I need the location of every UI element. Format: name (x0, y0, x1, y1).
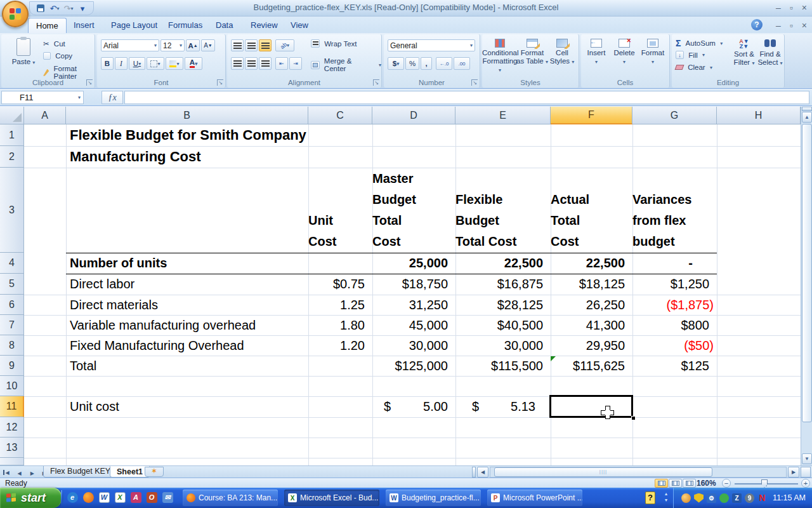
taskbar-button-word[interactable]: W Budgeting_practice-fl... (386, 490, 481, 506)
row-header-5[interactable]: 5 (0, 274, 24, 295)
taskbar-button-excel[interactable]: X Microsoft Excel - Bud... (284, 490, 379, 506)
tray-z-icon[interactable]: Z (732, 493, 742, 503)
tray-gray-icon[interactable]: 9 (745, 493, 754, 503)
zoom-level[interactable]: 160% (697, 479, 716, 488)
orientation-button[interactable]: ab▾ (275, 39, 294, 51)
excel-icon[interactable]: X (114, 490, 126, 504)
font-size-select[interactable]: 12▾ (160, 39, 185, 51)
vertical-scroll-thumb[interactable] (802, 124, 812, 422)
align-left-button[interactable] (231, 57, 244, 70)
taskbar-toggle-icon[interactable]: ▴▾ (662, 491, 671, 505)
row-header-11[interactable]: 11 (0, 396, 24, 417)
first-sheet-button[interactable]: ◀ (1, 467, 11, 478)
insert-worksheet-button[interactable]: ✶ (145, 467, 164, 477)
font-dialog-launcher[interactable]: ↘ (217, 79, 223, 86)
tab-page-layout[interactable]: Page Layout (103, 18, 165, 33)
taskbar-button-firefox[interactable]: Course: BA 213: Man... (183, 490, 278, 506)
increase-indent-button[interactable]: ⇥ (289, 57, 302, 70)
bold-button[interactable]: B (101, 57, 114, 70)
row-header-1[interactable]: 1 (0, 124, 24, 146)
conditional-formatting-button[interactable]: ConditionalFormatting ▾ (482, 37, 518, 77)
zoom-slider-thumb[interactable] (761, 479, 768, 488)
messenger-icon[interactable]: ✉ (161, 490, 174, 504)
tab-home[interactable]: Home (28, 18, 67, 33)
comma-style-button[interactable]: , (421, 57, 432, 70)
format-painter-button[interactable]: Format Painter (43, 65, 95, 80)
resize-grip[interactable] (801, 467, 811, 478)
tab-view[interactable]: View (283, 18, 316, 33)
tab-formulas[interactable]: Formulas (160, 18, 210, 33)
fill-button[interactable]: ↓ Fill ▾ (676, 51, 705, 59)
number-format-select[interactable]: General▾ (388, 39, 475, 51)
decrease-decimal-button[interactable]: .00 (454, 57, 470, 70)
wrap-text-button[interactable]: Wrap Text (311, 39, 357, 48)
column-header-h[interactable]: H (717, 107, 801, 124)
align-right-button[interactable] (259, 57, 272, 70)
close-button[interactable]: × (802, 2, 807, 13)
column-header-e[interactable]: E (455, 107, 551, 124)
font-color-button[interactable]: A▾ (185, 57, 202, 70)
underline-button[interactable]: U▾ (129, 57, 145, 70)
tray-globe-icon[interactable] (681, 493, 691, 503)
find-select-button[interactable]: Find &Select ▾ (757, 37, 783, 77)
page-layout-view-button[interactable] (669, 479, 682, 488)
word-icon[interactable]: W (98, 490, 110, 504)
format-as-table-button[interactable]: Formatas Table ▾ (516, 37, 548, 77)
grid-cells[interactable]: Flexible Budget for Smith Company Manufa… (24, 124, 801, 465)
cell-styles-button[interactable]: CellStyles ▾ (547, 37, 577, 77)
restore-button[interactable]: ▫ (790, 2, 793, 13)
taskbar-button-powerpoint[interactable]: P Microsoft PowerPoint ... (487, 490, 582, 506)
name-box-dropdown-icon[interactable]: ▾ (78, 95, 81, 100)
tray-green-icon[interactable] (719, 493, 729, 503)
borders-button[interactable]: ▾ (147, 57, 164, 70)
tray-key-icon[interactable]: ⚙ (707, 493, 716, 503)
paste-button[interactable]: Paste ▾ (3, 37, 44, 77)
column-header-c[interactable]: C (308, 107, 372, 124)
fill-handle[interactable] (631, 416, 636, 420)
outlook-icon[interactable]: O (145, 490, 158, 504)
column-header-d[interactable]: D (372, 107, 455, 124)
clipboard-dialog-launcher[interactable]: ↘ (86, 79, 93, 86)
sheet-tab-sheet1[interactable]: Sheet1 (110, 466, 150, 478)
start-button[interactable]: start (0, 488, 62, 508)
percent-style-button[interactable]: % (405, 57, 419, 70)
row-header-8[interactable]: 8 (0, 335, 24, 356)
row-header-13[interactable]: 13 (0, 438, 24, 458)
row-header-10[interactable]: 10 (0, 376, 24, 396)
minimize-button[interactable]: – (776, 2, 781, 13)
horizontal-scroll-thumb[interactable] (494, 467, 712, 477)
font-name-select[interactable]: Arial▾ (101, 39, 159, 51)
zoom-in-button[interactable]: + (801, 479, 810, 488)
grow-font-button[interactable]: A▲ (186, 39, 200, 51)
row-header-3[interactable]: 3 (0, 168, 24, 253)
column-header-f[interactable]: F (551, 107, 632, 124)
tray-shield-icon[interactable] (694, 493, 704, 503)
insert-cells-button[interactable]: Insert▾ (582, 37, 610, 77)
format-cells-button[interactable]: Format▾ (638, 37, 667, 77)
top-align-button[interactable] (231, 39, 244, 51)
autosum-button[interactable]: Σ AutoSum ▾ (676, 38, 723, 48)
tab-review[interactable]: Review (243, 18, 285, 33)
number-dialog-launcher[interactable]: ↘ (471, 79, 478, 86)
alignment-dialog-launcher[interactable]: ↘ (373, 79, 379, 86)
middle-align-button[interactable] (245, 39, 258, 51)
increase-decimal-button[interactable]: ←.0 (436, 57, 452, 70)
fill-color-button[interactable]: ▾ (166, 57, 183, 70)
insert-function-button[interactable]: ƒx (102, 91, 123, 104)
row-header-9[interactable]: 9 (0, 356, 24, 376)
workbook-minimize-button[interactable]: – (776, 20, 781, 31)
column-header-g[interactable]: G (632, 107, 717, 124)
access-icon[interactable]: A (129, 490, 142, 504)
workbook-close-button[interactable]: × (802, 20, 807, 31)
align-center-button[interactable] (245, 57, 258, 70)
help-button[interactable]: ? (751, 19, 763, 30)
row-header-7[interactable]: 7 (0, 315, 24, 335)
ie-icon[interactable]: e (66, 490, 79, 504)
scroll-up-button[interactable]: ▲ (802, 112, 812, 123)
name-box[interactable]: F11▾ (1, 91, 84, 104)
zoom-out-button[interactable]: − (722, 479, 731, 488)
scroll-left-button[interactable]: ◀ (477, 467, 488, 478)
select-all-corner[interactable] (0, 107, 24, 124)
workbook-restore-button[interactable]: ▫ (790, 20, 793, 31)
tray-n-icon[interactable]: N (757, 493, 767, 503)
